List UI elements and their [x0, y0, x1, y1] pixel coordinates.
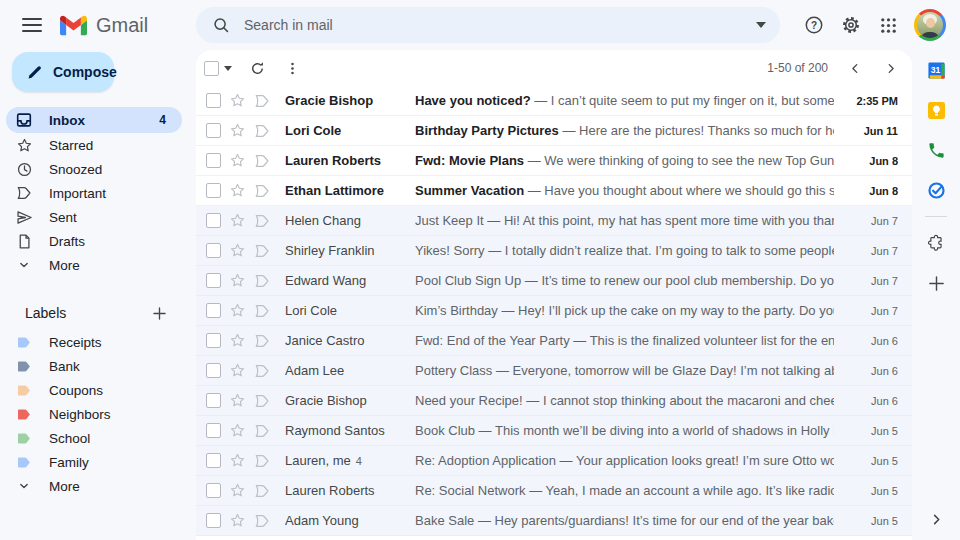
star-icon[interactable]: [228, 122, 246, 139]
show-side-panel-chevron-icon[interactable]: [917, 506, 955, 532]
label-item-bank[interactable]: Bank: [0, 354, 182, 378]
email-checkbox[interactable]: [206, 393, 221, 408]
email-checkbox[interactable]: [206, 453, 221, 468]
important-marker-icon[interactable]: [253, 184, 271, 198]
search-icon[interactable]: [210, 14, 232, 36]
email-row[interactable]: Lori ColeBirthday Party Pictures — Here …: [196, 116, 912, 146]
sidebar-item-important[interactable]: Important: [0, 181, 182, 205]
email-checkbox[interactable]: [206, 483, 221, 498]
label-item-receipts[interactable]: Receipts: [0, 330, 182, 354]
email-checkbox[interactable]: [206, 423, 221, 438]
email-row[interactable]: Lauren RobertsRe: Social Network — Yeah,…: [196, 476, 912, 506]
search-input[interactable]: [242, 16, 756, 34]
settings-gear-icon[interactable]: [840, 14, 862, 36]
email-checkbox[interactable]: [206, 183, 221, 198]
star-icon[interactable]: [228, 272, 246, 289]
newer-page-chevron-left-icon[interactable]: [848, 61, 862, 75]
star-icon[interactable]: [228, 392, 246, 409]
select-options-caret-icon[interactable]: [224, 66, 232, 71]
google-apps-grid-icon[interactable]: [877, 14, 899, 36]
sidebar-item-more[interactable]: More: [0, 253, 182, 277]
select-all-checkbox[interactable]: [204, 61, 219, 76]
star-icon[interactable]: [228, 152, 246, 169]
sidebar-item-inbox[interactable]: Inbox4: [6, 107, 182, 133]
inbox-icon: [15, 111, 33, 129]
important-marker-icon[interactable]: [253, 244, 271, 258]
email-checkbox[interactable]: [206, 213, 221, 228]
refresh-icon[interactable]: [249, 60, 266, 77]
email-row[interactable]: Edward WangPool Club Sign Up — It’s time…: [196, 266, 912, 296]
star-icon[interactable]: [228, 242, 246, 259]
compose-button[interactable]: Compose: [12, 52, 114, 92]
star-icon[interactable]: [228, 422, 246, 439]
email-row[interactable]: Ethan LattimoreSummer Vacation — Have yo…: [196, 176, 912, 206]
email-row[interactable]: Raymond SantosBook Club — This month we’…: [196, 416, 912, 446]
labels-more-item[interactable]: More: [0, 474, 182, 498]
search-options-caret-icon[interactable]: [756, 22, 766, 28]
label-item-family[interactable]: Family: [0, 450, 182, 474]
email-checkbox[interactable]: [206, 273, 221, 288]
email-checkbox[interactable]: [206, 363, 221, 378]
label-item-school[interactable]: School: [0, 426, 182, 450]
email-checkbox[interactable]: [206, 153, 221, 168]
star-icon[interactable]: [228, 332, 246, 349]
important-marker-icon[interactable]: [253, 124, 271, 138]
star-icon[interactable]: [228, 182, 246, 199]
email-row[interactable]: Lauren RobertsFwd: Movie Plans — We were…: [196, 146, 912, 176]
important-marker-icon[interactable]: [253, 394, 271, 408]
email-checkbox[interactable]: [206, 93, 221, 108]
email-checkbox[interactable]: [206, 333, 221, 348]
email-row[interactable]: Adam LeePottery Class — Everyone, tomorr…: [196, 356, 912, 386]
more-options-kebab-icon[interactable]: [284, 60, 301, 77]
email-row[interactable]: Lauren, me4Re: Adoption Application — Yo…: [196, 446, 912, 476]
star-icon[interactable]: [228, 92, 246, 109]
important-marker-icon[interactable]: [253, 484, 271, 498]
email-row[interactable]: Gracie BishopHave you noticed? — I can’t…: [196, 86, 912, 116]
label-item-coupons[interactable]: Coupons: [0, 378, 182, 402]
sidebar-item-sent[interactable]: Sent: [0, 205, 182, 229]
important-marker-icon[interactable]: [253, 274, 271, 288]
sidebar-item-drafts[interactable]: Drafts: [0, 229, 182, 253]
tasks-button[interactable]: [917, 170, 955, 210]
sidebar-item-starred[interactable]: Starred: [0, 133, 182, 157]
help-icon[interactable]: ?: [803, 14, 825, 36]
star-icon[interactable]: [228, 362, 246, 379]
keep-button[interactable]: [917, 90, 955, 130]
important-marker-icon[interactable]: [253, 424, 271, 438]
create-label-plus-icon[interactable]: [151, 305, 168, 322]
star-icon[interactable]: [228, 302, 246, 319]
important-marker-icon[interactable]: [253, 94, 271, 108]
sidebar-item-snoozed[interactable]: Snoozed: [0, 157, 182, 181]
star-icon[interactable]: [228, 212, 246, 229]
star-icon[interactable]: [228, 452, 246, 469]
addons-button[interactable]: [917, 223, 955, 263]
important-marker-icon[interactable]: [253, 364, 271, 378]
star-icon[interactable]: [228, 512, 246, 529]
email-checkbox[interactable]: [206, 303, 221, 318]
older-page-chevron-right-icon[interactable]: [884, 61, 898, 75]
email-row[interactable]: Janice CastroFwd: End of the Year Party …: [196, 326, 912, 356]
email-row[interactable]: Helen ChangJust Keep It — Hi! At this po…: [196, 206, 912, 236]
email-row[interactable]: Shirley FranklinYikes! Sorry — I totally…: [196, 236, 912, 266]
important-marker-icon[interactable]: [253, 514, 271, 528]
important-marker-icon[interactable]: [253, 214, 271, 228]
calendar-button[interactable]: 31: [917, 50, 955, 90]
search-bar[interactable]: [196, 7, 780, 43]
important-marker-icon[interactable]: [253, 454, 271, 468]
email-row[interactable]: Lori ColeKim’s Birthday — Hey! I’ll pick…: [196, 296, 912, 326]
email-checkbox[interactable]: [206, 513, 221, 528]
main-menu-icon[interactable]: [22, 18, 42, 32]
email-subject: Re: Social Network: [415, 483, 526, 498]
important-marker-icon[interactable]: [253, 154, 271, 168]
star-icon[interactable]: [228, 482, 246, 499]
important-marker-icon[interactable]: [253, 334, 271, 348]
label-item-neighbors[interactable]: Neighbors: [0, 402, 182, 426]
email-checkbox[interactable]: [206, 243, 221, 258]
voice-button[interactable]: [917, 130, 955, 170]
email-row[interactable]: Gracie BishopNeed your Recipe! — I canno…: [196, 386, 912, 416]
account-avatar[interactable]: [914, 9, 946, 41]
plus-button[interactable]: [917, 263, 955, 303]
important-marker-icon[interactable]: [253, 304, 271, 318]
email-checkbox[interactable]: [206, 123, 221, 138]
email-row[interactable]: Adam YoungBake Sale — Hey parents/guardi…: [196, 506, 912, 536]
